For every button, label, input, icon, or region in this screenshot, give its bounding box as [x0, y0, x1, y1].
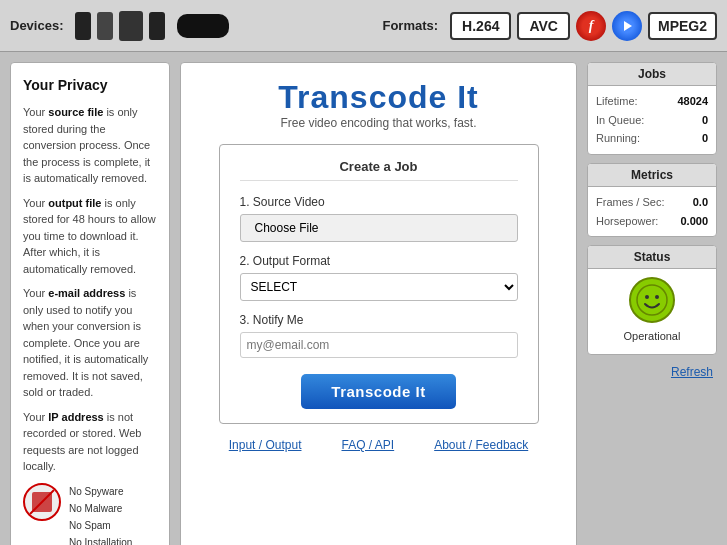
running-row: Running: 0 — [596, 129, 708, 148]
lifetime-row: Lifetime: 48024 — [596, 92, 708, 111]
no-malware: No Malware — [69, 500, 132, 517]
notify-me-label: 3. Notify Me — [240, 313, 518, 327]
running-label: Running: — [596, 129, 640, 148]
fps-label: Frames / Sec: — [596, 193, 664, 212]
email-input[interactable] — [240, 332, 518, 358]
bottom-links: Input / Output FAQ / API About / Feedbac… — [229, 438, 528, 452]
device-tablet-icon[interactable] — [119, 11, 143, 41]
top-bar: Devices: Formats: H.264 AVC f MPEG2 — [0, 0, 727, 52]
svg-point-3 — [655, 295, 659, 299]
device-phone2-icon[interactable] — [97, 12, 113, 40]
input-output-link[interactable]: Input / Output — [229, 438, 302, 452]
faq-api-link[interactable]: FAQ / API — [341, 438, 394, 452]
metrics-title: Metrics — [588, 164, 716, 187]
formats-label: Formats: — [382, 18, 438, 33]
format-mpeg2-button[interactable]: MPEG2 — [648, 12, 717, 40]
privacy-title: Your Privacy — [23, 75, 157, 96]
lifetime-label: Lifetime: — [596, 92, 638, 111]
output-format-select[interactable]: SELECT — [240, 273, 518, 301]
main-content: Your Privacy Your source file is only st… — [0, 52, 727, 545]
queue-row: In Queue: 0 — [596, 111, 708, 130]
no-installation: No Installation — [69, 534, 132, 546]
form-title: Create a Job — [240, 159, 518, 181]
privacy-source-text: Your source file is only stored during t… — [23, 104, 157, 187]
jobs-content: Lifetime: 48024 In Queue: 0 Running: 0 — [588, 86, 716, 154]
choose-file-button[interactable]: Choose File — [240, 214, 518, 242]
privacy-output-text: Your output file is only stored for 48 h… — [23, 195, 157, 278]
hp-label: Horsepower: — [596, 212, 658, 231]
notify-me-group: 3. Notify Me — [240, 313, 518, 358]
fps-value: 0.0 — [693, 193, 708, 212]
logo-title: Transcode It — [278, 79, 479, 116]
smiley-icon — [629, 277, 675, 323]
svg-point-1 — [637, 285, 667, 315]
output-format-group: 2. Output Format SELECT — [240, 254, 518, 301]
no-spy-icon — [23, 483, 61, 521]
metrics-box: Metrics Frames / Sec: 0.0 Horsepower: 0.… — [587, 163, 717, 237]
queue-label: In Queue: — [596, 111, 644, 130]
no-list: No Spyware No Malware No Spam No Install… — [69, 483, 132, 546]
status-box: Status Operational — [587, 245, 717, 355]
running-value: 0 — [702, 129, 708, 148]
output-format-label: 2. Output Format — [240, 254, 518, 268]
hp-value: 0.000 — [680, 212, 708, 231]
no-spam: No Spam — [69, 517, 132, 534]
devices-label: Devices: — [10, 18, 63, 33]
device-icons — [75, 11, 229, 41]
status-title: Status — [588, 246, 716, 269]
format-play-icon[interactable] — [612, 11, 642, 41]
about-feedback-link[interactable]: About / Feedback — [434, 438, 528, 452]
device-phone3-icon[interactable] — [149, 12, 165, 40]
right-panel: Jobs Lifetime: 48024 In Queue: 0 Running… — [587, 62, 717, 545]
format-avc-button[interactable]: AVC — [517, 12, 570, 40]
format-flash-icon[interactable]: f — [576, 11, 606, 41]
logo-subtitle: Free video encoding that works, fast. — [280, 116, 476, 130]
privacy-panel: Your Privacy Your source file is only st… — [10, 62, 170, 545]
operational-label: Operational — [624, 327, 681, 346]
format-buttons: H.264 AVC f MPEG2 — [450, 11, 717, 41]
jobs-title: Jobs — [588, 63, 716, 86]
center-panel: Transcode It Free video encoding that wo… — [180, 62, 577, 545]
svg-marker-0 — [624, 21, 632, 31]
privacy-ip-text: Your IP address is not recorded or store… — [23, 409, 157, 475]
job-form: Create a Job 1. Source Video Choose File… — [219, 144, 539, 424]
svg-point-2 — [645, 295, 649, 299]
queue-value: 0 — [702, 111, 708, 130]
device-phone-icon[interactable] — [75, 12, 91, 40]
no-spyware: No Spyware — [69, 483, 132, 500]
device-psp-icon[interactable] — [177, 14, 229, 38]
privacy-email-text: Your e-mail address is only used to noti… — [23, 285, 157, 401]
refresh-link[interactable]: Refresh — [587, 363, 717, 381]
format-h264-button[interactable]: H.264 — [450, 12, 511, 40]
fps-row: Frames / Sec: 0.0 — [596, 193, 708, 212]
source-video-group: 1. Source Video Choose File — [240, 195, 518, 242]
transcode-button[interactable]: Transcode It — [301, 374, 455, 409]
jobs-box: Jobs Lifetime: 48024 In Queue: 0 Running… — [587, 62, 717, 155]
hp-row: Horsepower: 0.000 — [596, 212, 708, 231]
source-video-label: 1. Source Video — [240, 195, 518, 209]
status-content: Operational — [588, 269, 716, 354]
lifetime-value: 48024 — [677, 92, 708, 111]
metrics-content: Frames / Sec: 0.0 Horsepower: 0.000 — [588, 187, 716, 236]
no-spy-section: No Spyware No Malware No Spam No Install… — [23, 483, 157, 546]
